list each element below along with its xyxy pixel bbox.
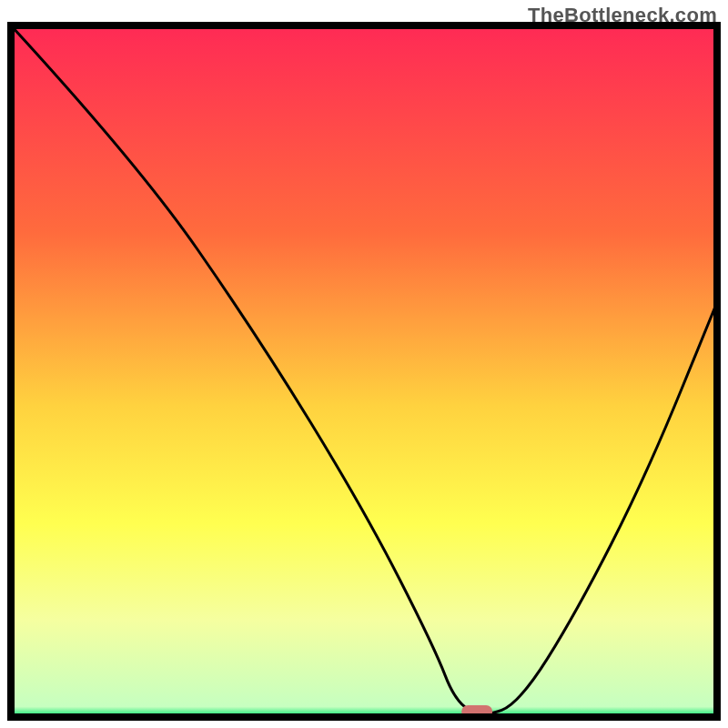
chart-container: TheBottleneck.com — [0, 0, 728, 728]
watermark-text: TheBottleneck.com — [528, 4, 717, 27]
gradient-background — [11, 25, 717, 717]
bottleneck-chart — [0, 0, 728, 728]
